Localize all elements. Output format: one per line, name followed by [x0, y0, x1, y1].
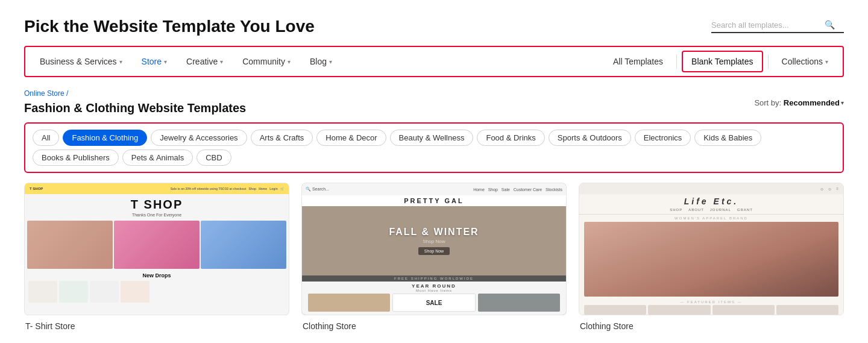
le-featured-label: — FEATURED ITEMS — — [579, 299, 843, 305]
nav-item-creative[interactable]: Creative ▾ — [178, 52, 231, 71]
le-hero-img — [584, 222, 838, 297]
le-feat-item-1 — [584, 305, 646, 315]
nav-all-templates[interactable]: All Templates — [605, 52, 671, 71]
search-icon[interactable]: 🔍 — [825, 20, 835, 30]
tshirt-photo-3 — [201, 221, 286, 269]
page-main-title: Pick the Website Template You Love — [24, 17, 315, 36]
breadcrumb-link[interactable]: Online Store — [24, 89, 64, 98]
filter-kids-babies[interactable]: Kids & Babies — [694, 130, 761, 146]
nav-item-business[interactable]: Business & Services ▾ — [31, 52, 131, 71]
pg-sale-img — [308, 294, 390, 312]
filter-all[interactable]: All — [33, 130, 59, 146]
template-card-clothing-2[interactable]: ⊙⊙≡ Life Etc. SHOPABOUTJOURNALGRANT WOME… — [579, 183, 844, 331]
chevron-down-icon[interactable]: ▾ — [841, 99, 844, 106]
filter-home-decor[interactable]: Home & Decor — [316, 130, 386, 146]
nav-right: All Templates Blank Templates Collection… — [605, 51, 837, 72]
pg-year-title: YEAR ROUND — [306, 283, 562, 289]
le-brand: Life Etc. — [579, 194, 843, 208]
le-feat-item-2 — [648, 305, 710, 315]
filter-pets-animals[interactable]: Pets & Animals — [122, 149, 193, 166]
tshirt-photo-2 — [114, 221, 200, 269]
chevron-down-icon: ▾ — [119, 58, 122, 65]
template-card-clothing-1[interactable]: 🔍 Search... Home Shop Sale Customer Care… — [301, 183, 567, 331]
tshirt-new-drops-label: New Drops — [25, 272, 289, 278]
le-featured-row — [579, 305, 843, 315]
le-feat-item-3 — [712, 305, 775, 315]
tshirt-sub: Thanks One For Everyone — [25, 213, 289, 217]
page-section-header: Online Store / Fashion & Clothing Websit… — [0, 77, 868, 122]
template-card-tshirt[interactable]: T SHOP Sale is on 20% off sitewide using… — [24, 183, 289, 331]
le-hero — [584, 222, 838, 297]
filter-books-publishers[interactable]: Books & Publishers — [33, 149, 119, 166]
tshirt-thumb-3 — [90, 281, 119, 303]
le-feat-item-4 — [776, 305, 838, 315]
template-name-clothing-1: Clothing Store — [301, 321, 567, 331]
filter-beauty-wellness[interactable]: Beauty & Wellness — [390, 130, 474, 146]
pg-shipping: FREE SHIPPING WORLDWIDE — [302, 275, 566, 282]
nav-item-store[interactable]: Store ▾ — [133, 52, 175, 71]
pg-hero: FALL & WINTER Shop Now Shop Now — [302, 206, 566, 275]
nav-divider — [676, 54, 677, 69]
filter-electronics[interactable]: Electronics — [635, 130, 691, 146]
nav-item-blog[interactable]: Blog ▾ — [301, 52, 341, 71]
chevron-down-icon: ▾ — [825, 58, 828, 65]
filter-fashion-clothing[interactable]: Fashion & Clothing — [63, 130, 147, 146]
template-thumbnail-clothing-1: 🔍 Search... Home Shop Sale Customer Care… — [301, 183, 567, 315]
chevron-down-icon: ▾ — [288, 58, 291, 65]
sort-row: Sort by: Recommended ▾ — [754, 98, 844, 107]
filter-arts-crafts[interactable]: Arts & Crafts — [251, 130, 313, 146]
tshirt-thumb-1 — [28, 281, 57, 303]
pg-sale-img-2 — [478, 294, 560, 312]
nav-left: Business & Services ▾ Store ▾ Creative ▾… — [31, 52, 341, 71]
life-etc-mock: ⊙⊙≡ Life Etc. SHOPABOUTJOURNALGRANT WOME… — [579, 183, 843, 315]
pg-brand: PRETTY GAL — [302, 195, 566, 206]
chevron-down-icon: ▾ — [164, 58, 167, 65]
tshirt-thumb-2 — [59, 281, 88, 303]
pg-topbar: 🔍 Search... Home Shop Sale Customer Care… — [302, 183, 566, 195]
le-tagline: WOMEN'S APPAREL BRAND — [579, 215, 843, 222]
page-title: Fashion & Clothing Website Templates — [24, 101, 246, 115]
nav-blank-templates[interactable]: Blank Templates — [682, 51, 763, 72]
search-bar[interactable]: 🔍 — [711, 20, 844, 33]
pg-sale-box: SALE — [392, 294, 476, 312]
chevron-down-icon: ▾ — [220, 58, 223, 65]
filter-food-drinks[interactable]: Food & Drinks — [477, 130, 544, 146]
filter-row: All Fashion & Clothing Jewelry & Accesso… — [24, 122, 844, 173]
tshirt-thumb-4 — [121, 281, 149, 303]
tshirt-photos — [25, 221, 289, 269]
filter-jewelry-accessories[interactable]: Jewelry & Accessories — [151, 130, 247, 146]
pg-hero-title: FALL & WINTER — [389, 227, 479, 238]
nav-bar: Business & Services ▾ Store ▾ Creative ▾… — [24, 46, 844, 77]
tshirt-photo-1 — [27, 221, 113, 269]
le-nav: SHOPABOUTJOURNALGRANT — [579, 208, 843, 215]
nav-item-community[interactable]: Community ▾ — [234, 52, 299, 71]
filter-sports-outdoors[interactable]: Sports & Outdoors — [549, 130, 631, 146]
filter-cbd[interactable]: CBD — [197, 149, 231, 166]
template-name-clothing-2: Clothing Store — [579, 321, 844, 331]
pg-sale-row: SALE — [306, 292, 562, 313]
tshirt-topbar: T SHOP Sale is on 20% off sitewide using… — [25, 183, 289, 194]
nav-collections[interactable]: Collections ▾ — [773, 52, 837, 71]
template-thumbnail-tshirt: T SHOP Sale is on 20% off sitewide using… — [24, 183, 289, 315]
search-input[interactable] — [711, 20, 820, 30]
breadcrumb: Online Store / — [24, 89, 844, 98]
pg-shop-btn: Shop Now — [418, 247, 450, 255]
templates-grid: T SHOP Sale is on 20% off sitewide using… — [0, 183, 868, 343]
chevron-down-icon: ▾ — [329, 58, 332, 65]
le-topbar: ⊙⊙≡ — [579, 183, 843, 194]
sort-label: Sort by: — [754, 98, 781, 107]
tshirt-brand: T SHOP — [25, 194, 289, 213]
pg-hero-sub: Shop Now — [423, 239, 445, 244]
page-header: Pick the Website Template You Love 🔍 — [0, 0, 868, 46]
sort-value[interactable]: Recommended — [784, 98, 840, 107]
pretty-gal-mock: 🔍 Search... Home Shop Sale Customer Care… — [302, 183, 566, 315]
breadcrumb-separator: / — [66, 89, 68, 98]
template-name-tshirt: T- Shirt Store — [24, 321, 289, 331]
pg-year-section: YEAR ROUND Must Have Items SALE — [302, 282, 566, 315]
template-thumbnail-clothing-2: ⊙⊙≡ Life Etc. SHOPABOUTJOURNALGRANT WOME… — [579, 183, 844, 315]
tshirt-thumbs — [25, 281, 289, 303]
nav-divider-2 — [768, 54, 769, 69]
